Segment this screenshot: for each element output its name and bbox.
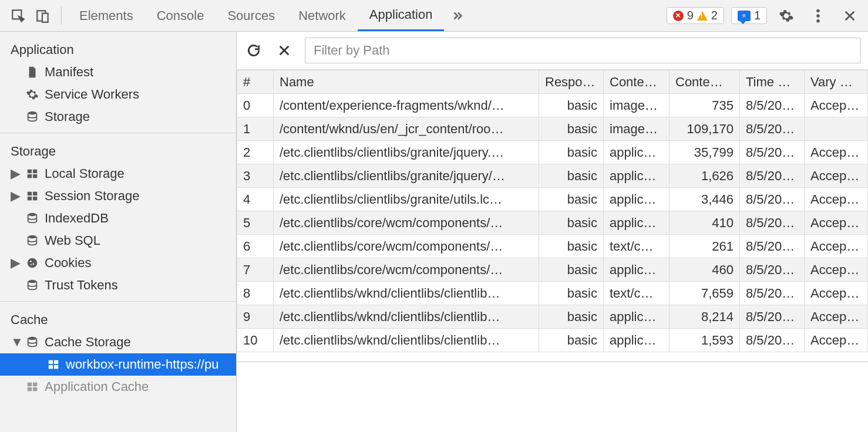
table-row[interactable]: 4/etc.clientlibs/clientlibs/granite/util…: [237, 188, 868, 211]
table-row[interactable]: 3/etc.clientlibs/clientlibs/granite/jque…: [237, 164, 868, 188]
grid-icon: [26, 167, 39, 180]
col-content-type[interactable]: Conte…: [604, 70, 669, 94]
cell-index: 3: [237, 164, 274, 188]
cell-content-length: 35,799: [669, 141, 740, 164]
cell-content-type: applic…: [604, 188, 669, 211]
col-response[interactable]: Respo…: [539, 70, 604, 94]
col-content-length[interactable]: Conte…: [669, 70, 740, 94]
cell-time: 8/5/20…: [740, 305, 805, 329]
chevron-right-icon: ▶: [11, 166, 20, 181]
kebab-menu-icon[interactable]: [806, 8, 830, 23]
delete-button[interactable]: [274, 41, 294, 60]
table-row[interactable]: 1/content/wknd/us/en/_jcr_content/roo…ba…: [237, 117, 868, 141]
refresh-button[interactable]: [244, 41, 264, 60]
panel-tabs: Elements Console Sources Network Applica…: [68, 0, 444, 31]
sidebar-cache-storage[interactable]: ▼ Cache Storage: [0, 331, 236, 353]
sidebar-cookies[interactable]: ▶ Cookies: [0, 252, 236, 274]
sidebar-manifest[interactable]: Manifest: [0, 61, 236, 83]
database-icon: [26, 212, 39, 225]
table-row[interactable]: 2/etc.clientlibs/clientlibs/granite/jque…: [237, 141, 868, 164]
sidebar-indexeddb[interactable]: IndexedDB: [0, 207, 236, 230]
col-time-cached[interactable]: Time …: [740, 70, 805, 94]
cell-vary: Accep…: [805, 188, 868, 211]
svg-rect-2: [42, 13, 48, 22]
tab-network[interactable]: Network: [287, 0, 358, 31]
table-row[interactable]: 10/etc.clientlibs/wknd/clientlibs/client…: [237, 329, 868, 352]
table-row[interactable]: 5/etc.clientlibs/core/wcm/components/…ba…: [237, 211, 868, 235]
table-header-row: # Name Respo… Conte… Conte… Time … Vary …: [237, 70, 868, 94]
table-row[interactable]: 6/etc.clientlibs/core/wcm/components/…ba…: [237, 235, 868, 258]
cell-response: basic: [539, 258, 604, 282]
issues-pill[interactable]: ≡ 1: [731, 7, 767, 24]
cell-content-length: 460: [669, 258, 740, 282]
svg-rect-25: [49, 365, 53, 369]
tabs-overflow-icon[interactable]: [444, 9, 471, 22]
chevron-right-icon: ▶: [11, 188, 20, 204]
sidebar-local-storage[interactable]: ▶ Local Storage: [0, 163, 236, 185]
table-row[interactable]: 7/etc.clientlibs/core/wcm/components/…ba…: [237, 258, 868, 282]
chevron-right-icon: ▶: [11, 255, 20, 271]
cell-time: 8/5/20…: [740, 164, 805, 188]
table-row[interactable]: 9/etc.clientlibs/wknd/clientlibs/clientl…: [237, 305, 868, 329]
database-icon: [26, 279, 39, 292]
gear-icon: [26, 88, 39, 101]
cell-content-length: 109,170: [669, 117, 740, 141]
tab-sources[interactable]: Sources: [216, 0, 287, 31]
cell-content-length: 1,626: [669, 164, 740, 188]
table-row[interactable]: 8/etc.clientlibs/wknd/clientlibs/clientl…: [237, 282, 868, 305]
issue-icon: ≡: [738, 11, 751, 21]
cell-content-type: applic…: [604, 141, 669, 164]
cell-name: /content/experience-fragments/wknd/…: [274, 94, 539, 117]
tab-console[interactable]: Console: [145, 0, 216, 31]
col-vary-header[interactable]: Vary H…: [805, 70, 868, 94]
sidebar-storage[interactable]: Storage: [0, 106, 236, 128]
sidebar-cache-entry-selected[interactable]: workbox-runtime-https://pu: [0, 353, 236, 376]
cell-vary: Accep…: [805, 305, 868, 329]
svg-rect-7: [28, 170, 32, 173]
cell-vary: Accep…: [805, 282, 868, 305]
svg-rect-27: [28, 383, 32, 386]
cell-name: /etc.clientlibs/wknd/clientlibs/clientli…: [274, 329, 539, 352]
svg-point-3: [816, 9, 819, 12]
cell-vary: Accep…: [805, 94, 868, 117]
svg-point-19: [32, 263, 34, 265]
cell-response: basic: [539, 282, 604, 305]
sidebar-service-workers[interactable]: Service Workers: [0, 83, 236, 106]
section-storage: Storage: [0, 133, 236, 163]
cell-vary: Accep…: [805, 164, 868, 188]
svg-point-4: [816, 14, 819, 17]
cell-index: 8: [237, 282, 274, 305]
inspect-element-icon[interactable]: [6, 0, 31, 31]
warning-count: 2: [711, 9, 718, 22]
col-name[interactable]: Name: [274, 70, 539, 94]
close-icon[interactable]: [837, 9, 862, 22]
cell-vary: Accep…: [805, 211, 868, 235]
filter-input[interactable]: [305, 38, 861, 63]
tab-elements[interactable]: Elements: [68, 0, 145, 31]
sidebar-trust-tokens[interactable]: Trust Tokens: [0, 274, 236, 296]
tab-application[interactable]: Application: [358, 0, 445, 31]
console-errors-warnings-pill[interactable]: 9 2: [667, 7, 724, 24]
cell-time: 8/5/20…: [740, 258, 805, 282]
cache-entries-table: # Name Respo… Conte… Conte… Time … Vary …: [237, 70, 868, 352]
cell-content-type: image…: [604, 94, 669, 117]
sidebar-session-storage[interactable]: ▶ Session Storage: [0, 185, 236, 207]
cell-response: basic: [539, 117, 604, 141]
cell-index: 10: [237, 329, 274, 352]
settings-icon[interactable]: [774, 8, 799, 23]
svg-rect-26: [54, 365, 58, 369]
col-index[interactable]: #: [237, 70, 274, 94]
cell-name: /etc.clientlibs/core/wcm/components/…: [274, 235, 539, 258]
cell-content-type: applic…: [604, 329, 669, 352]
svg-rect-14: [33, 197, 37, 200]
devtools-header: Elements Console Sources Network Applica…: [0, 0, 868, 32]
device-toggle-icon[interactable]: [31, 0, 55, 31]
sidebar-websql[interactable]: Web SQL: [0, 230, 236, 252]
cell-response: basic: [539, 141, 604, 164]
table-row[interactable]: 0/content/experience-fragments/wknd/…bas…: [237, 94, 868, 117]
cell-vary: Accep…: [805, 329, 868, 352]
cell-index: 5: [237, 211, 274, 235]
cell-time: 8/5/20…: [740, 94, 805, 117]
svg-rect-28: [33, 383, 37, 386]
sidebar-application-cache[interactable]: Application Cache: [0, 376, 236, 398]
